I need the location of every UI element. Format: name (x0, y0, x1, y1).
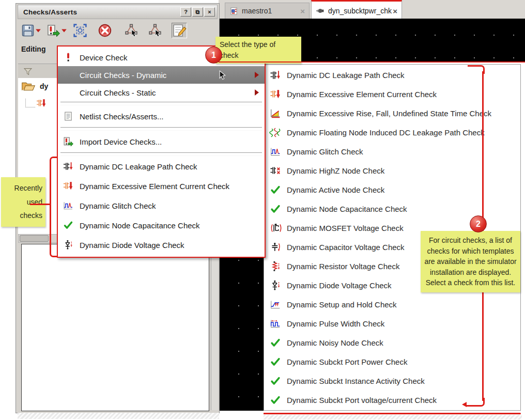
annotation-arrowhead (462, 402, 467, 407)
mouse-pointer-cursor (219, 70, 227, 81)
menu-item[interactable]: Dynamic Glitch Check (58, 196, 265, 215)
scrollbar-thumb[interactable] (20, 235, 49, 242)
caret-down-icon (61, 28, 67, 33)
tab-dyn-subcktpwr-chk[interactable]: dyn_subcktpwr_chk × (311, 0, 402, 21)
annotation-bracket-recent (50, 157, 58, 257)
fit-view-button[interactable] (73, 24, 87, 37)
floating-node-icon (269, 128, 282, 137)
save-button[interactable] (22, 24, 34, 37)
green-check-icon (62, 221, 74, 230)
menu-item[interactable]: Circuit Checks - Static (58, 84, 265, 101)
menu-item[interactable]: Import Device Checks... (58, 131, 265, 152)
menu-item[interactable]: Dynamic Node Capacitance Check (58, 215, 265, 235)
excessive-current-icon (62, 181, 74, 191)
menu-item[interactable] (60, 102, 262, 105)
import-checks-icon (47, 24, 60, 37)
tree-connector (25, 99, 35, 107)
hierarchy-cursor-icon (148, 23, 162, 38)
panel-toolbar (18, 19, 218, 42)
float-button[interactable]: ⧉ (192, 7, 203, 17)
tree-root-label: dy (40, 82, 48, 90)
tab-close-icon[interactable]: × (393, 7, 397, 15)
exclamation-icon (62, 53, 74, 62)
document-icon (62, 112, 74, 121)
plug-icon (316, 7, 325, 15)
menu-item[interactable] (60, 127, 262, 131)
green-check-icon (269, 204, 282, 214)
caret-down-icon (35, 28, 41, 33)
menu-item[interactable] (60, 152, 262, 156)
callout-select-check-type: Select the type of check (215, 37, 301, 64)
dc-leakage-icon (269, 70, 282, 80)
details-pane (21, 244, 209, 411)
callout-recently-used: Recently used checks (1, 177, 45, 227)
annotation-connector (30, 204, 51, 205)
save-icon (22, 24, 34, 37)
schematic-doc-icon (229, 7, 238, 15)
disable-check-button[interactable] (98, 24, 112, 37)
hierarchy-cursor-icon (124, 23, 138, 38)
setup-hold-icon (269, 300, 282, 309)
funnel-icon (23, 68, 33, 75)
diode-voltage-icon (269, 281, 282, 290)
tab-label: dyn_subcktpwr_chk (328, 7, 392, 15)
green-check-icon (269, 338, 282, 348)
application-screenshot: maestro1 × dyn_subcktpwr_chk × Checks/As… (0, 0, 525, 420)
help-button[interactable]: ? (180, 7, 191, 17)
pulse-width-icon (269, 319, 282, 329)
open-folder-icon (21, 81, 36, 91)
menu-item[interactable]: Netlist Checks/Asserts... (58, 106, 265, 127)
window-shadow (18, 413, 219, 419)
close-button[interactable]: × (204, 7, 215, 17)
import-options-caret[interactable] (61, 28, 67, 33)
green-check-icon (269, 185, 282, 195)
menu-item[interactable]: Circuit Checks - Dynamic (58, 66, 265, 84)
edit-checks-button[interactable] (172, 23, 187, 38)
edit-checks-icon (172, 23, 187, 38)
mosfet-icon (269, 223, 282, 233)
panel-title: Checks/Asserts (23, 8, 77, 16)
dc-leakage-icon (62, 162, 74, 171)
tab-label: maestro1 (242, 7, 272, 15)
menu-item[interactable]: Dynamic DC Leakage Path Check (58, 157, 265, 176)
excessive-current-icon (269, 89, 282, 99)
menu-item[interactable]: Dynamic Excessive Element Current Check (58, 176, 265, 196)
import-checks-icon (62, 137, 74, 146)
capacitor-icon (269, 242, 282, 252)
step-2-badge: 2 (470, 215, 487, 232)
glitch-icon (269, 147, 282, 157)
diode-voltage-icon (62, 240, 74, 250)
fit-view-icon (73, 24, 87, 37)
panel-titlebar[interactable]: Checks/Asserts ?⧉× (18, 5, 218, 19)
green-check-icon (269, 357, 282, 367)
menu-item[interactable]: Dynamic Diode Voltage Check (58, 235, 265, 255)
document-tabbar: maestro1 × dyn_subcktpwr_chk × (219, 0, 525, 19)
green-check-icon (269, 376, 282, 386)
run-hierarchy-check-button[interactable] (124, 23, 138, 38)
highz-icon (269, 166, 282, 176)
annotation-bracket-bottom (467, 398, 485, 407)
editing-mode-label: Editing (21, 45, 45, 53)
menu-shadow (264, 415, 522, 419)
green-check-icon (269, 395, 282, 405)
annotation-line-top (219, 61, 525, 63)
tab-close-icon[interactable]: × (300, 7, 305, 15)
import-checks-button[interactable] (47, 24, 60, 37)
annotation-line-bottom (264, 413, 521, 414)
excessive-current-icon (36, 99, 47, 107)
callout-template-checks: For circuit checks, a list of checks for… (421, 231, 520, 292)
resistor-icon (269, 261, 282, 271)
rise-fall-icon (269, 108, 282, 118)
new-check-menu: Device Check Circuit Checks - Dynamic Ci… (57, 45, 266, 258)
save-options-caret[interactable] (35, 28, 41, 33)
tab-maestro1[interactable]: maestro1 × (225, 3, 310, 19)
disable-icon (98, 24, 112, 37)
probe-hierarchy-check-button[interactable] (148, 23, 162, 38)
glitch-icon (62, 201, 74, 210)
